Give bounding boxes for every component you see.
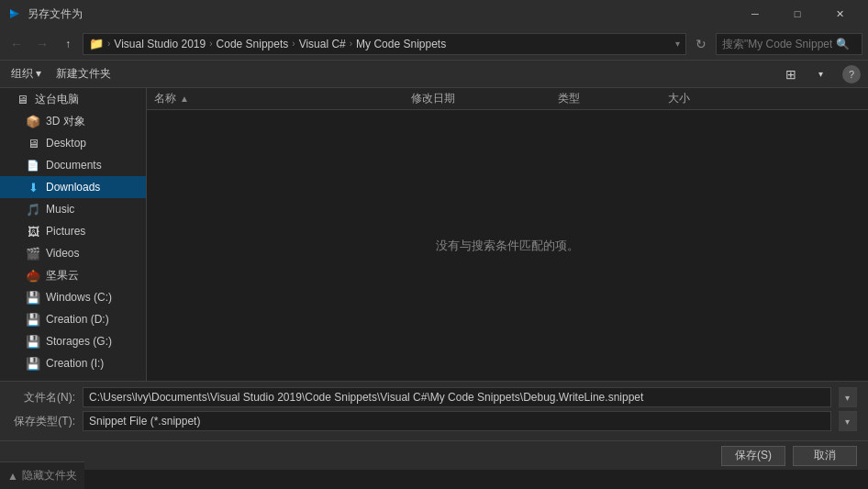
filename-input[interactable] [83, 387, 831, 407]
creation-i-icon: 💾 [26, 356, 40, 371]
app-icon [7, 6, 22, 21]
filetype-row: 保存类型(T): ▾ [11, 411, 857, 431]
sidebar-label-jianguoyun: 坚果云 [46, 268, 79, 283]
help-button[interactable]: ? [842, 65, 861, 83]
column-headers: 名称 ▲ 修改日期 类型 大小 [147, 88, 868, 110]
sidebar-item-storages-g[interactable]: 💾 Storages (G:) [0, 330, 146, 352]
filename-dropdown-button[interactable]: ▾ [839, 387, 857, 407]
sidebar: 🖥 这台电脑 📦 3D 对象 🖥 Desktop 📄 Documents ⬇ D… [0, 88, 147, 381]
sidebar-item-videos[interactable]: 🎬 Videos [0, 242, 146, 264]
jianguoyun-icon: 🌰 [26, 268, 40, 283]
search-input[interactable] [722, 38, 832, 50]
address-part-1: Visual Studio 2019 [114, 38, 206, 50]
address-dropdown-chevron: ▾ [675, 39, 680, 49]
address-bar[interactable]: 📁 › Visual Studio 2019 › Code Snippets ›… [83, 33, 686, 55]
empty-message: 没有与搜索条件匹配的项。 [147, 110, 868, 381]
col-header-modified[interactable]: 修改日期 [411, 91, 558, 106]
sidebar-label-storages-g: Storages (G:) [46, 335, 112, 348]
filetype-label: 保存类型(T): [11, 414, 75, 429]
downloads-icon: ⬇ [26, 180, 40, 194]
sidebar-item-3d-objects[interactable]: 📦 3D 对象 [0, 110, 146, 132]
sidebar-label-pictures: Pictures [46, 225, 85, 238]
search-icon: 🔍 [836, 38, 850, 50]
filename-row: 文件名(N): ▾ [11, 387, 857, 407]
toggle-hidden-label: 隐藏文件夹 [22, 468, 77, 483]
sidebar-item-jianguoyun[interactable]: 🌰 坚果云 [0, 264, 146, 286]
view-options-button[interactable]: ⊞ [780, 63, 802, 85]
file-area: 名称 ▲ 修改日期 类型 大小 没有与搜索条件匹配的项。 [147, 88, 868, 381]
view-dropdown-button[interactable]: ▾ [809, 63, 831, 85]
name-sort-arrow: ▲ [180, 94, 189, 104]
secondary-toolbar: 组织 ▾ 新建文件夹 ⊞ ▾ ? [0, 61, 868, 88]
sidebar-label-creation-d: Creation (D:) [46, 313, 109, 326]
sidebar-item-desktop[interactable]: 🖥 Desktop [0, 132, 146, 154]
sidebar-label-windows-c: Windows (C:) [46, 291, 112, 304]
sidebar-label-desktop: Desktop [46, 137, 86, 150]
sidebar-item-creation-d[interactable]: 💾 Creation (D:) [0, 308, 146, 330]
creation-d-icon: 💾 [26, 312, 40, 327]
3d-objects-icon: 📦 [26, 114, 40, 128]
storages-g-icon: 💾 [26, 334, 40, 349]
address-part-3: Visual C# [299, 38, 346, 50]
sidebar-label-music: Music [46, 203, 74, 216]
window-controls: ─ □ ✕ [734, 0, 861, 28]
documents-icon: 📄 [26, 158, 40, 172]
sidebar-label-documents: Documents [46, 159, 102, 172]
address-part-4: My Code Snippets [356, 38, 446, 50]
address-sep-3: › [292, 39, 295, 49]
action-buttons: ▲ 隐藏文件夹 保存(S) 取消 [0, 440, 868, 470]
videos-icon: 🎬 [26, 246, 40, 261]
sidebar-label-creation-i: Creation (I:) [46, 357, 104, 370]
address-sep-4: › [350, 39, 352, 49]
sidebar-item-this-pc[interactable]: 🖥 这台电脑 [0, 88, 146, 110]
close-button[interactable]: ✕ [818, 0, 861, 28]
save-button[interactable]: 保存(S) [721, 446, 785, 466]
bottom-form: 文件名(N): ▾ 保存类型(T): ▾ [0, 381, 868, 440]
minimize-button[interactable]: ─ [734, 0, 776, 28]
sidebar-item-creation-i[interactable]: 💾 Creation (I:) [0, 352, 146, 374]
filetype-dropdown-button[interactable]: ▾ [839, 411, 857, 431]
nav-toolbar: ← → ↑ 📁 › Visual Studio 2019 › Code Snip… [0, 28, 868, 61]
cancel-button[interactable]: 取消 [793, 446, 857, 466]
col-header-type[interactable]: 类型 [558, 91, 668, 106]
up-button[interactable]: ↑ [57, 33, 79, 55]
this-pc-icon: 🖥 [15, 92, 29, 106]
main-area: 🖥 这台电脑 📦 3D 对象 🖥 Desktop 📄 Documents ⬇ D… [0, 88, 868, 381]
window-title: 另存文件为 [28, 6, 734, 22]
forward-button[interactable]: → [31, 33, 53, 55]
music-icon: 🎵 [26, 202, 40, 217]
maximize-button[interactable]: □ [776, 0, 818, 28]
pictures-icon: 🖼 [26, 224, 40, 239]
sidebar-label-3d-objects: 3D 对象 [46, 114, 85, 129]
address-sep-2: › [209, 39, 212, 49]
sidebar-label-videos: Videos [46, 247, 79, 260]
sidebar-item-documents[interactable]: 📄 Documents [0, 154, 146, 176]
toggle-hidden-folders[interactable]: ▲ 隐藏文件夹 [0, 461, 84, 489]
sidebar-item-windows-c[interactable]: 💾 Windows (C:) [0, 286, 146, 308]
sidebar-item-pictures[interactable]: 🖼 Pictures [0, 220, 146, 242]
windows-c-icon: 💾 [26, 290, 40, 305]
search-box[interactable]: 🔍 [716, 33, 862, 55]
desktop-icon: 🖥 [26, 136, 40, 150]
sidebar-label-this-pc: 这台电脑 [35, 92, 79, 107]
filetype-input[interactable] [83, 411, 831, 431]
sidebar-item-music[interactable]: 🎵 Music [0, 198, 146, 220]
sidebar-item-downloads[interactable]: ⬇ Downloads [0, 176, 146, 198]
toggle-hidden-arrow: ▲ [7, 470, 18, 483]
address-folder-icon: 📁 [89, 37, 104, 50]
organize-button[interactable]: 组织 ▾ [7, 64, 45, 83]
sidebar-label-downloads: Downloads [46, 181, 100, 194]
col-header-name[interactable]: 名称 ▲ [154, 91, 411, 106]
address-sep-1: › [107, 39, 110, 49]
back-button[interactable]: ← [6, 33, 28, 55]
col-header-size[interactable]: 大小 [668, 91, 741, 106]
new-folder-button[interactable]: 新建文件夹 [52, 64, 115, 83]
address-part-2: Code Snippets [217, 38, 289, 50]
filename-label: 文件名(N): [11, 390, 75, 406]
refresh-button[interactable]: ↻ [690, 33, 712, 55]
title-bar: 另存文件为 ─ □ ✕ [0, 0, 868, 28]
